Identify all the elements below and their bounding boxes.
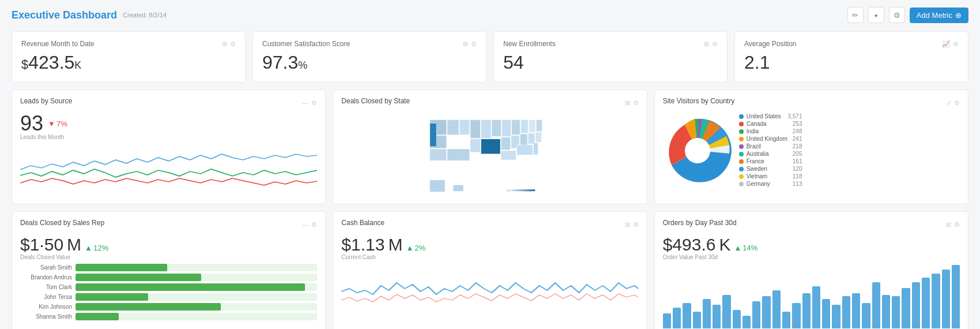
arrow-down-icon: ▼ xyxy=(48,120,55,128)
orders-bar-item xyxy=(912,282,920,329)
legend-name-sw: Sweden xyxy=(747,166,787,172)
card-orders: Orders by Day Past 30d ⊞ ⚙ $493.6 K ▲ 14… xyxy=(654,211,968,329)
orders-unit: K xyxy=(719,235,730,254)
chart-title-orders: Orders by Day Past 30d xyxy=(663,219,737,227)
metric-icon-gear4[interactable]: ⚙ xyxy=(953,40,959,48)
legend-dot-in xyxy=(739,129,744,134)
leads-sparkline xyxy=(20,144,317,190)
svg-rect-22 xyxy=(447,149,470,160)
orders-bar-item xyxy=(902,288,910,328)
orders-bar-item xyxy=(952,265,960,328)
legend-item-br: Brazil 218 xyxy=(739,143,802,149)
cash-icon-table[interactable]: ⊞ xyxy=(625,221,630,229)
cash-sublabel: Current Cash xyxy=(341,254,638,260)
orders-icon-table[interactable]: ⊞ xyxy=(946,221,951,229)
chart-title-cash: Cash Balance xyxy=(341,219,385,227)
leads-change-pct: 7% xyxy=(56,120,67,128)
us-map-container: 500 1000 xyxy=(341,113,638,197)
svg-rect-1 xyxy=(447,120,459,135)
metric-icon-table2[interactable]: ⊞ xyxy=(463,40,468,48)
leads-number: 93 xyxy=(20,113,43,134)
legend-name-br: Brazil xyxy=(747,143,787,149)
svg-rect-3 xyxy=(470,120,480,139)
chart-icon-table[interactable]: ⊞ xyxy=(625,99,630,107)
leads-value: 93 ▼ 7% xyxy=(20,113,317,134)
metric-icon-table[interactable]: ⊞ xyxy=(222,40,227,48)
rep-name-brandon: Brandon Andrus xyxy=(20,274,72,281)
chart-icon-minus[interactable]: — xyxy=(302,99,308,107)
legend-dot-uk xyxy=(739,137,744,141)
gear-button[interactable]: ⚙ xyxy=(889,7,905,23)
orders-bar-item xyxy=(812,286,820,328)
orders-bar-item xyxy=(832,305,840,328)
legend-val-vn: 118 xyxy=(793,173,802,180)
legend-name-us: United States xyxy=(747,113,783,119)
header-right: ✏ ● ⚙ Add Metric ⊕ xyxy=(847,7,968,23)
legend-item-us: United States 3,571 xyxy=(739,113,802,119)
orders-sublabel: Order Value Past 30d xyxy=(663,254,960,260)
salesrep-change: ▲ 12% xyxy=(85,244,108,252)
salesrep-icon-minus[interactable]: — xyxy=(302,221,308,229)
leads-change: ▼ 7% xyxy=(48,120,67,128)
cash-arrow-up: ▲ xyxy=(406,244,413,252)
svg-rect-11 xyxy=(470,139,480,152)
card-sales-rep: Deals Closed by Sales Rep — ⚙ $1·50 M ▲ … xyxy=(12,211,326,329)
dashboard-header: Executive Dashboard Created: 8/2/14 ✏ ● … xyxy=(12,7,968,23)
metric-icon-gear3[interactable]: ⚙ xyxy=(712,40,718,48)
svg-rect-24 xyxy=(430,124,437,147)
bar-row-sarah: Sarah Smith xyxy=(20,264,317,271)
chart-icon-expand[interactable]: ⤢ xyxy=(946,99,951,107)
orders-bar-item xyxy=(822,299,830,328)
legend-dot-us xyxy=(739,114,744,119)
legend-item-ca: Canada 253 xyxy=(739,121,802,127)
legend-name-au: Australia xyxy=(747,151,787,157)
legend-val-in: 248 xyxy=(793,128,802,134)
svg-rect-7 xyxy=(512,120,521,135)
bar-row-shanna: Shanna Smith xyxy=(20,313,317,320)
metric-icon-gear2[interactable]: ⚙ xyxy=(471,40,477,48)
add-metric-label: Add Metric xyxy=(917,11,952,20)
svg-rect-2 xyxy=(459,120,469,135)
edit-button[interactable]: ✏ xyxy=(847,7,864,23)
metric-icon-table3[interactable]: ⊞ xyxy=(704,40,709,48)
orders-bar-item xyxy=(782,312,790,328)
rep-name-john: John Tersa xyxy=(20,294,72,300)
legend-item-vn: Vietnam 118 xyxy=(739,173,802,180)
visitors-legend: United States 3,571 Canada 253 India 248 xyxy=(739,113,802,188)
legend-dot-fr xyxy=(739,159,744,164)
svg-rect-29 xyxy=(512,189,536,191)
orders-bar-item xyxy=(733,310,741,328)
svg-rect-25 xyxy=(430,180,445,192)
orders-bar-item xyxy=(882,295,890,329)
legend-dot-br xyxy=(739,144,744,149)
legend-dot-vn xyxy=(739,174,744,179)
legend-name-fr: France xyxy=(747,158,787,164)
edit-icon: ✏ xyxy=(852,11,858,20)
salesrep-icon-gear[interactable]: ⚙ xyxy=(311,221,317,229)
salesrep-dollar: $1·50 xyxy=(20,235,63,254)
legend-dot-au xyxy=(739,152,744,156)
cash-unit: M xyxy=(388,235,402,254)
metric-card-revenue: Revenue Month to Date ⊞ ⚙ $423.5K xyxy=(12,31,246,83)
orders-bar-item xyxy=(872,282,880,329)
metric-icon-gear[interactable]: ⚙ xyxy=(230,40,236,48)
bar-row-john: John Tersa xyxy=(20,293,317,301)
orders-icon-gear[interactable]: ⚙ xyxy=(954,221,960,229)
legend-name-in: India xyxy=(747,128,787,134)
svg-text:500: 500 xyxy=(507,189,511,192)
chart-icon-gear3[interactable]: ⚙ xyxy=(954,99,960,107)
legend-val-sw: 120 xyxy=(793,166,802,172)
salesrep-unit: M xyxy=(67,235,81,254)
orders-bar-item xyxy=(703,299,711,328)
chart-icon-gear[interactable]: ⚙ xyxy=(311,99,317,107)
metric-icon-chart[interactable]: 📈 xyxy=(942,40,950,48)
legend-dot-sw xyxy=(739,167,744,171)
circle-button[interactable]: ● xyxy=(868,7,884,23)
legend-name-vn: Vietnam xyxy=(747,173,787,180)
svg-rect-5 xyxy=(492,120,501,137)
chart-icon-gear2[interactable]: ⚙ xyxy=(633,99,639,107)
add-metric-button[interactable]: Add Metric ⊕ xyxy=(910,8,968,23)
cash-icon-gear[interactable]: ⚙ xyxy=(633,221,639,229)
svg-rect-9 xyxy=(529,120,536,133)
cash-sparkline xyxy=(341,268,638,315)
